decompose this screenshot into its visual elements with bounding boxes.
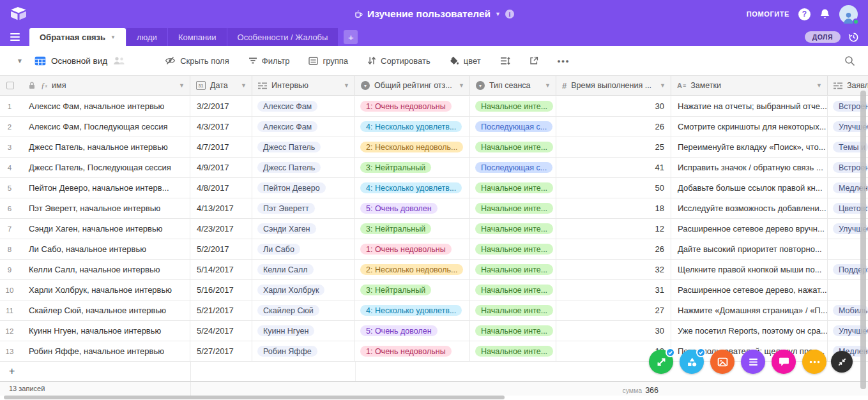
sidebar-menu-icon[interactable] [0,28,29,46]
session-pill[interactable]: Начальное инте... [475,101,553,112]
rating-pill[interactable]: 5: Очень доволен [360,325,438,336]
interview-pill[interactable]: Алексис Фам [257,121,317,132]
history-icon[interactable] [848,32,859,43]
cell-name[interactable]: 9 Келли Салл, начальное интервью [0,260,190,279]
cell-interview[interactable]: Куинн Нгуен [252,321,355,341]
cell-session-type[interactable]: Начальное инте... [470,137,556,157]
session-pill[interactable]: Начальное инте... [475,142,553,152]
cell-rating[interactable]: 5: Очень доволен [355,198,470,218]
interview-pill[interactable]: Алексис Фам [257,101,317,112]
cell-interview[interactable]: Джесс Патель [252,137,355,157]
fab-menu-button[interactable] [741,350,765,374]
interview-pill[interactable]: Келли Салл [257,264,314,275]
column-header-2[interactable]: Интервью▼ [252,76,355,95]
cell-session-type[interactable]: Начальное инте... [470,239,556,259]
cell-time[interactable]: 26 [556,117,671,137]
fab-expand-button[interactable] [649,350,673,374]
cell-date[interactable]: 4/3/2017 [190,117,252,137]
cell-rating[interactable]: 3: Нейтральный [355,280,470,300]
cell-rating[interactable]: 2: Несколько недоволь... [355,137,470,157]
cell-session-type[interactable]: Начальное инте... [470,260,556,279]
cell-interview[interactable]: Скайлер Сюй [252,300,355,320]
rating-pill[interactable]: 1: Очень недовольны [360,244,452,255]
rating-pill[interactable]: 4: Несколько удовлетв... [360,305,462,316]
cell-name[interactable]: 7 Сэнди Хаген, начальное интервью [0,219,190,239]
cell-notes[interactable]: Щелкните правой кнопкой мыши по... [671,260,828,279]
column-header-5[interactable]: #Время выполнения ...▼ [556,76,671,95]
interview-pill[interactable]: Скайлер Сюй [257,305,319,316]
session-pill[interactable]: Последующая с... [475,121,552,132]
cell-notes[interactable]: Смотрите скриншоты для некоторых... [671,117,828,137]
rating-pill[interactable]: 1: Очень недовольны [360,101,452,112]
session-pill[interactable]: Последующая с... [475,162,552,173]
cell-date[interactable]: 5/21/2017 [190,300,252,320]
rating-pill[interactable]: 3: Нейтральный [360,223,431,234]
cell-interview[interactable]: Харли Холбрук [252,280,355,300]
cell-rating[interactable]: 4: Несколько удовлетв... [355,117,470,137]
cell-notes[interactable]: Нажатие на отчеты; выбранный отче... [671,96,828,116]
cell-time[interactable]: 30 [556,321,671,341]
session-pill[interactable]: Начальное инте... [475,285,553,295]
cell-time[interactable]: 18 [556,198,671,218]
rating-pill[interactable]: 3: Нейтральный [360,162,431,173]
interview-pill[interactable]: Джесс Патель [257,142,321,152]
hide-fields-button[interactable]: Скрыть поля [165,56,229,66]
interview-pill[interactable]: Харли Холбрук [257,285,324,295]
cell-name[interactable]: 2 Алексис Фам, Последующая сессия [0,117,190,137]
cell-rating[interactable]: 5: Очень доволен [355,321,470,341]
column-caret-icon[interactable]: ▼ [660,82,666,89]
cell-time[interactable]: 41 [556,158,671,177]
cell-date[interactable]: 4/8/2017 [190,178,252,198]
column-header-4[interactable]: ▼Тип сеанса▼ [470,76,556,95]
cell-time[interactable]: 30 [556,96,671,116]
cell-date[interactable]: 5/14/2017 [190,260,252,279]
rating-pill[interactable]: 5: Очень доволен [360,203,438,214]
interview-pill[interactable]: Куинн Нгуен [257,325,314,336]
filter-button[interactable]: Фильтр [248,56,290,66]
column-caret-icon[interactable]: ▼ [241,82,247,89]
title-caret-icon[interactable]: ▼ [495,11,501,17]
session-pill[interactable]: Начальное инте... [475,244,553,255]
session-pill[interactable]: Начальное инте... [475,223,553,234]
table-tab-0[interactable]: Обратная связь▼ [29,28,126,46]
session-pill[interactable]: Начальное инте... [475,203,553,214]
views-sidebar-toggle-icon[interactable]: ▼ [17,57,23,64]
cell-name[interactable]: 12 Куинн Нгуен, начальное интервью [0,321,190,341]
avatar[interactable] [839,5,858,24]
cell-session-type[interactable]: Начальное инте... [470,198,556,218]
cell-interview[interactable]: Пейтон Деверо [252,178,355,198]
app-logo-icon[interactable] [9,6,28,22]
cell-time[interactable]: 50 [556,178,671,198]
cell-date[interactable]: 5/27/2017 [190,341,252,361]
interview-pill[interactable]: Пейтон Деверо [257,182,326,193]
cell-time[interactable]: 26 [556,239,671,259]
cell-rating[interactable]: 4: Несколько удовлетв... [355,178,470,198]
interview-pill[interactable]: Робин Яффе [257,346,317,357]
cell-notes[interactable]: Добавьте больше ссылок правой кн... [671,178,828,198]
rating-pill[interactable]: 3: Нейтральный [360,285,431,295]
cell-date[interactable]: 4/13/2017 [190,198,252,218]
cell-rating[interactable]: 3: Нейтральный [355,158,470,177]
cell-session-type[interactable]: Начальное инте... [470,96,556,116]
cell-name[interactable]: 5 Пейтон Деверо, начальное интерв... [0,178,190,198]
rating-pill[interactable]: 4: Несколько удовлетв... [360,121,462,132]
cell-date[interactable]: 4/7/2017 [190,137,252,157]
cell-name[interactable]: 1 Алексис Фам, начальное интервью [0,96,190,116]
rating-pill[interactable]: 2: Несколько недоволь... [360,142,463,152]
cell-interview[interactable]: Джесс Патель [252,158,355,177]
cell-notes[interactable]: Уже посетил Reports, поэтому он сра... [671,321,828,341]
interview-pill[interactable]: Сэнди Хаген [257,223,316,234]
search-icon[interactable] [844,56,855,66]
group-button[interactable]: группа [308,56,348,66]
cell-session-type[interactable]: Начальное инте... [470,341,556,361]
fab-shapes-button[interactable] [680,350,704,374]
cell-time[interactable]: 31 [556,280,671,300]
cell-date[interactable]: 4/23/2017 [190,219,252,239]
column-caret-icon[interactable]: ▼ [179,82,185,89]
cell-interview[interactable]: Робин Яффе [252,341,355,361]
cell-rating[interactable]: 1: Очень недовольны [355,239,470,259]
fab-more-button[interactable] [802,350,826,374]
cell-interview[interactable]: Пэт Эверетт [252,198,355,218]
horizontal-scrollbar[interactable] [4,396,505,399]
rating-pill[interactable]: 4: Несколько удовлетв... [360,182,462,193]
